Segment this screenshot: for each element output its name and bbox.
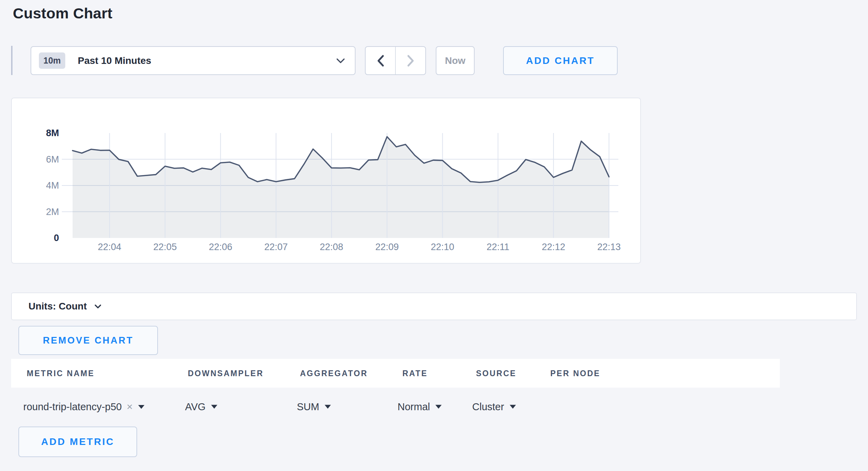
timeseries-area-chart[interactable]	[62, 133, 618, 238]
x-tick-label: 22:05	[153, 242, 177, 252]
now-button[interactable]: Now	[436, 46, 475, 75]
aggregator-select[interactable]: SUM	[297, 401, 331, 413]
chevron-right-icon	[407, 55, 415, 67]
metrics-table-header: METRIC NAME DOWNSAMPLER AGGREGATOR RATE …	[11, 359, 780, 388]
time-back-button[interactable]	[366, 47, 395, 74]
metric-table-row: round-trip-latency-p50 × AVG SUM Normal …	[0, 388, 868, 426]
x-tick-label: 22:13	[597, 242, 621, 252]
caret-down-icon	[138, 405, 144, 409]
page-title: Custom Chart	[13, 5, 112, 22]
source-select[interactable]: Cluster	[472, 401, 516, 413]
caret-down-icon	[211, 405, 217, 409]
y-tick-label: 0	[26, 233, 59, 243]
rate-select[interactable]: Normal	[398, 401, 442, 413]
remove-tag-icon[interactable]: ×	[127, 401, 133, 413]
column-header-downsampler: DOWNSAMPLER	[188, 369, 264, 378]
y-tick-label: 6M	[26, 154, 59, 165]
chevron-down-icon	[336, 58, 345, 64]
downsampler-value: AVG	[185, 401, 206, 413]
x-tick-label: 22:06	[209, 242, 232, 252]
column-header-source: SOURCE	[476, 369, 516, 378]
aggregator-value: SUM	[297, 401, 319, 413]
series-area	[73, 137, 609, 238]
column-header-rate: RATE	[402, 369, 428, 378]
caret-down-icon	[325, 405, 331, 409]
column-header-metric-name: METRIC NAME	[27, 369, 94, 378]
time-forward-button[interactable]	[395, 47, 425, 74]
x-tick-label: 22:04	[98, 242, 122, 252]
add-metric-button[interactable]: ADD METRIC	[18, 427, 137, 457]
x-tick-label: 22:12	[542, 242, 565, 252]
x-tick-label: 22:09	[375, 242, 399, 252]
time-step-button-group	[365, 46, 426, 75]
caret-down-icon	[435, 405, 442, 409]
chevron-down-icon	[94, 304, 101, 309]
x-tick-label: 22:08	[320, 242, 343, 252]
toolbar-left-rule	[11, 46, 12, 75]
x-tick-label: 22:10	[431, 242, 454, 252]
y-tick-label: 8M	[26, 128, 59, 138]
chevron-left-icon	[377, 55, 384, 67]
downsampler-select[interactable]: AVG	[185, 401, 217, 413]
remove-chart-button[interactable]: REMOVE CHART	[18, 326, 158, 355]
x-tick-label: 22:07	[264, 242, 288, 252]
time-range-label: Past 10 Minutes	[78, 55, 336, 66]
caret-down-icon	[510, 405, 516, 409]
time-range-badge: 10m	[39, 52, 65, 69]
rate-value: Normal	[398, 401, 430, 413]
column-header-aggregator: AGGREGATOR	[300, 369, 368, 378]
source-value: Cluster	[472, 401, 504, 413]
x-tick-label: 22:11	[487, 242, 510, 252]
metric-name-select[interactable]: round-trip-latency-p50 ×	[23, 401, 144, 413]
chart-card: 8M6M4M2M0 22:0422:0522:0622:0722:0822:09…	[11, 98, 641, 264]
y-tick-label: 2M	[26, 207, 59, 217]
units-dropdown[interactable]: Units: Count	[11, 292, 857, 320]
units-label: Units: Count	[28, 301, 87, 312]
metric-name-value: round-trip-latency-p50	[23, 401, 122, 413]
column-header-per-node: PER NODE	[550, 369, 600, 378]
y-tick-label: 4M	[26, 180, 59, 191]
time-range-dropdown[interactable]: 10m Past 10 Minutes	[31, 46, 356, 75]
add-chart-button[interactable]: ADD CHART	[503, 46, 618, 75]
